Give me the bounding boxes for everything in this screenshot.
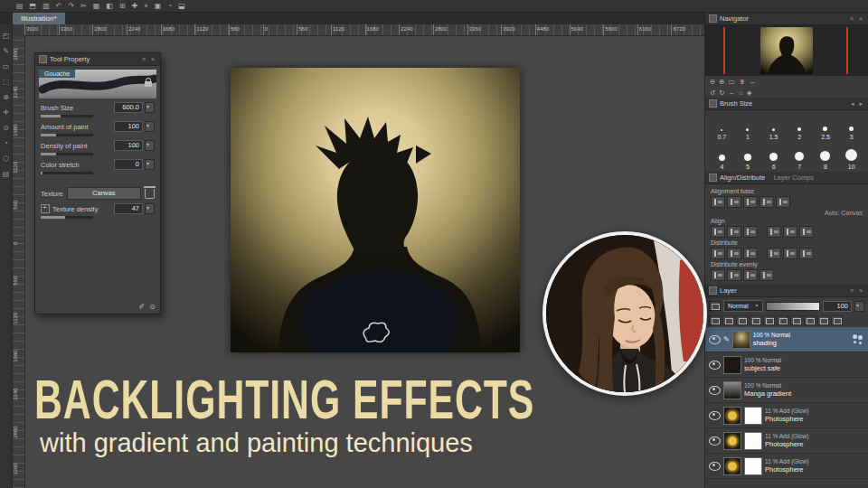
distribute-button[interactable] [767, 248, 781, 259]
align-button[interactable] [799, 226, 814, 238]
toolbar-icon[interactable]: ⬓ [178, 3, 185, 10]
distribute-button[interactable] [799, 248, 814, 259]
spinner-button[interactable] [145, 121, 155, 132]
distribute-button[interactable] [727, 248, 741, 259]
visibility-eye-icon[interactable] [709, 411, 721, 420]
spinner-button[interactable] [145, 159, 155, 170]
zoom-out-icon[interactable]: ⊖ [710, 78, 715, 86]
toolbar-icon[interactable]: ✂ [80, 3, 87, 10]
layer-name[interactable]: Photosphere [765, 440, 808, 448]
align-button[interactable] [767, 226, 781, 238]
canvas-artwork[interactable] [231, 68, 520, 352]
layer-thumbnail[interactable] [732, 331, 750, 349]
distribute-evenly-button[interactable] [727, 269, 741, 281]
layer-opacity-value[interactable]: 100 [823, 301, 852, 312]
layer-name[interactable]: Photosphere [765, 465, 808, 474]
align-panel-header[interactable]: Align/Distribute Layer Comps [705, 172, 868, 184]
tool-icon[interactable]: ◔ [4, 139, 8, 147]
tool-icon[interactable]: ✛ [3, 108, 9, 117]
layer-row-subject-safe[interactable]: 100 % Normalsubject safe [705, 352, 868, 378]
layer-mask-thumbnail[interactable] [744, 432, 762, 450]
layer-name[interactable]: shading [753, 339, 790, 347]
tool-icon[interactable]: ⬚ [3, 78, 10, 86]
layer-row-photosphere-1[interactable]: 11 % Add (Glow)Photosphere [705, 403, 868, 428]
tool-property-header[interactable]: Tool Property ≡ × [35, 53, 160, 66]
layer-thumbnail[interactable] [723, 457, 741, 475]
footer-icon[interactable]: ✐ [139, 303, 146, 311]
tab-layer-comps[interactable]: Layer Comps [773, 174, 814, 182]
layer-panel-header[interactable]: Layer ≡ × [705, 285, 868, 297]
tool-icon[interactable]: ✎ [3, 47, 9, 55]
visibility-eye-icon[interactable] [709, 361, 721, 370]
layer-row-photosphere-2[interactable]: 11 % Add (Glow)Photosphere [705, 428, 868, 454]
distribute-evenly-button[interactable] [743, 269, 758, 281]
toolbar-icon[interactable]: ↶ [56, 3, 62, 10]
visibility-eye-icon[interactable] [709, 462, 721, 471]
layer-thumbnail[interactable] [723, 356, 741, 374]
layer-row-photosphere-3[interactable]: 11 % Add (Glow)Photosphere [705, 454, 868, 479]
distribute-button[interactable] [743, 248, 758, 259]
brush-preset[interactable]: 2 [787, 113, 813, 140]
subtool-name-chip[interactable]: Gouache [39, 70, 75, 78]
trash-icon[interactable] [145, 189, 155, 199]
spinner-button[interactable] [145, 140, 155, 151]
brush-preset[interactable]: 0.7 [709, 113, 735, 140]
expand-icon[interactable]: ↔ [750, 78, 757, 86]
visibility-eye-icon[interactable] [709, 335, 721, 344]
rotate-icon[interactable]: ↻ [719, 89, 724, 97]
align-base-button[interactable] [727, 196, 741, 208]
brush-preset[interactable]: 6 [760, 143, 787, 170]
fit-icon[interactable]: ▭ [729, 78, 735, 86]
lock-icon[interactable] [145, 81, 152, 87]
layer-tool-icon[interactable] [750, 315, 761, 325]
delete-layer-icon[interactable] [817, 315, 829, 325]
toolbar-icon[interactable]: ✚ [132, 3, 138, 10]
texture-density-value[interactable]: 47 [114, 203, 143, 214]
toolbar-icon[interactable]: ▥ [42, 3, 50, 10]
layer-tool-icon[interactable] [804, 315, 816, 325]
brush-preset[interactable]: 4 [709, 143, 735, 170]
layer-opacity-slider[interactable] [766, 302, 820, 311]
layer-name[interactable]: Photosphere [765, 415, 808, 423]
rotate-icon[interactable]: ↔ [729, 89, 736, 97]
panel-header-controls[interactable]: ≡ × [142, 56, 156, 62]
texture-select[interactable]: Canvas [67, 187, 141, 200]
layer-name[interactable]: subject safe [744, 364, 781, 372]
align-base-button[interactable] [760, 196, 774, 208]
toolbar-icon[interactable]: ◔ [167, 3, 172, 10]
brush-size-value[interactable]: 600.0 [114, 102, 143, 113]
tool-icon[interactable]: ⊕ [3, 93, 9, 101]
brush-preset[interactable]: 7 [787, 143, 813, 170]
density-slider[interactable] [41, 153, 93, 155]
amount-slider[interactable] [41, 134, 93, 136]
rotate-icon[interactable]: ↺ [710, 89, 715, 97]
brush-preset[interactable]: 1 [735, 113, 761, 140]
expand-icon[interactable] [41, 204, 50, 213]
tool-icon[interactable]: ▤ [3, 170, 10, 178]
layer-tool-icon[interactable] [763, 315, 775, 325]
distribute-button[interactable] [783, 248, 797, 259]
layer-thumbnail[interactable] [723, 432, 741, 450]
tool-icon[interactable]: ⬡ [3, 155, 9, 163]
align-button[interactable] [711, 226, 725, 238]
layer-thumbnail[interactable] [723, 381, 741, 399]
visibility-eye-icon[interactable] [709, 436, 721, 446]
distribute-evenly-button[interactable] [760, 269, 774, 281]
layer-row-manga-gradient[interactable]: 100 % NormalManga gradient [705, 378, 868, 403]
layer-tool-icon[interactable] [777, 315, 788, 325]
layer-mask-icon[interactable] [790, 315, 802, 325]
spinner-button[interactable] [854, 301, 864, 312]
spinner-button[interactable] [145, 102, 155, 113]
density-value[interactable]: 100 [114, 140, 143, 151]
spinner-button[interactable] [145, 203, 155, 214]
toolbar-icon[interactable]: ⬒ [30, 3, 37, 10]
tool-icon[interactable]: ▭ [3, 62, 10, 70]
layer-tool-icon[interactable] [831, 315, 843, 325]
color-stretch-slider[interactable] [41, 172, 93, 174]
toolbar-icon[interactable]: ▦ [93, 3, 100, 10]
amount-value[interactable]: 100 [114, 121, 143, 132]
brush-preset[interactable]: 10 [838, 143, 864, 170]
toolbar-icon[interactable]: ↷ [68, 3, 74, 10]
toolbar-icon[interactable]: ◧ [106, 3, 113, 10]
footer-icon[interactable]: ⊙ [149, 303, 156, 311]
